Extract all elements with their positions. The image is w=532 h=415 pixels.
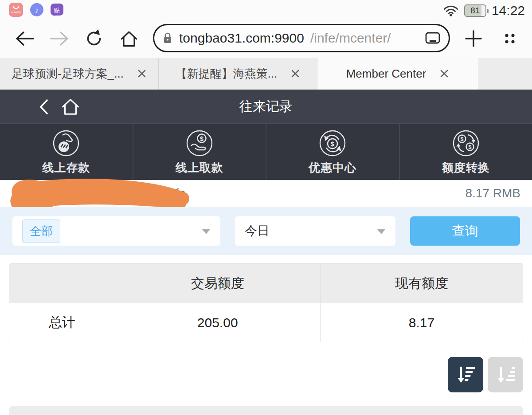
username-suffix: 0fa [168, 186, 186, 200]
header-cell-current: 现有额度 [320, 264, 523, 303]
tab-title: 【新提醒】海燕策... [176, 66, 278, 82]
tab-strip: 足球预测-足球方案_... 【新提醒】海燕策... Member Center [0, 58, 532, 90]
url-host: tongbao31.com:9900 [179, 31, 304, 46]
action-label: 线上取款 [176, 160, 223, 176]
action-label: 优惠中心 [309, 160, 356, 176]
browser-toolbar: tongbao31.com:9900 /infe/mcenter/ [0, 20, 532, 58]
cell-total-label: 总计 [9, 303, 115, 342]
date-selected: 今日 [245, 223, 270, 239]
filter-bar: 全部 今日 查询 [0, 207, 532, 255]
action-promotions[interactable]: $ 优惠中心 [266, 124, 400, 180]
sort-ascending-icon [495, 364, 516, 385]
new-tab-button[interactable] [463, 28, 484, 49]
battery-level: 81 [470, 6, 480, 16]
notification-icons: HUAWEI ♪ 贴 [9, 3, 63, 17]
action-balance-transfer[interactable]: $ $ 额度转换 [400, 124, 532, 180]
type-selected-chip: 全部 [22, 219, 60, 243]
action-label: 线上存款 [42, 160, 90, 176]
balance: 8.17 RMB [466, 186, 521, 200]
action-label: 额度转换 [442, 160, 490, 176]
tab-strip-spacer [478, 58, 532, 90]
withdraw-icon: $ [185, 129, 214, 157]
deposit-icon [52, 129, 80, 157]
header-cell-empty [9, 264, 115, 303]
svg-text:贴: 贴 [54, 7, 60, 14]
battery-indicator: 81 [464, 4, 486, 17]
url-path: /infe/mcenter/ [310, 31, 419, 46]
action-withdraw[interactable]: $ 线上取款 [133, 124, 267, 180]
music-icon: ♪ [30, 3, 43, 16]
query-button[interactable]: 查询 [410, 216, 520, 246]
chevron-down-icon [202, 229, 211, 234]
back-button[interactable] [14, 28, 35, 49]
home-button[interactable] [118, 28, 140, 49]
sort-ascending-button[interactable] [488, 357, 523, 392]
cell-transaction-amount: 205.00 [115, 303, 320, 342]
sort-descending-icon [455, 364, 476, 385]
svg-text:$: $ [460, 136, 463, 142]
summary-table: 交易额度 现有额度 总计 205.00 8.17 [9, 263, 523, 342]
type-select[interactable]: 全部 [12, 216, 220, 246]
page-home-button[interactable] [59, 96, 82, 119]
svg-text:$: $ [200, 135, 203, 142]
svg-text:$: $ [468, 144, 471, 150]
promo-center-icon: $ [318, 129, 347, 157]
svg-text:$: $ [331, 140, 335, 148]
username: s 0fa [12, 186, 186, 200]
desktop-mode-icon[interactable] [425, 31, 441, 45]
chevron-down-icon [377, 229, 386, 234]
svg-text:HUAWEI: HUAWEI [11, 11, 21, 14]
page-header: 往来记录 [0, 90, 532, 123]
cell-current-amount: 8.17 [320, 303, 523, 342]
lock-icon [162, 31, 173, 45]
wifi-icon [443, 4, 459, 17]
tab-title: 足球预测-足球方案_... [12, 66, 124, 82]
svg-text:♪: ♪ [35, 6, 39, 15]
forward-button[interactable] [49, 28, 70, 49]
header-cell-transaction: 交易额度 [115, 264, 320, 303]
sort-descending-button[interactable] [448, 357, 483, 392]
url-bar[interactable]: tongbao31.com:9900 /infe/mcenter/ [153, 24, 450, 52]
tab-member-center[interactable]: Member Center [317, 58, 478, 90]
tab-title: Member Center [346, 67, 426, 81]
close-icon[interactable] [137, 69, 147, 78]
refresh-button[interactable] [83, 28, 105, 49]
close-icon[interactable] [439, 69, 449, 78]
next-section-header [9, 406, 523, 415]
screen: HUAWEI ♪ 贴 81 [0, 0, 532, 415]
table-row-total: 总计 205.00 8.17 [9, 303, 523, 342]
balance-transfer-icon: $ $ [452, 129, 480, 157]
action-grid: 线上存款 $ 线上取款 [0, 123, 532, 180]
account-row: s 0fa 8.17 RMB [0, 180, 532, 207]
date-select[interactable]: 今日 [235, 216, 395, 246]
status-bar: HUAWEI ♪ 贴 81 [0, 0, 532, 20]
tab-switcher-button[interactable] [499, 28, 520, 49]
tab-haiyan[interactable]: 【新提醒】海燕策... [159, 58, 317, 90]
clock: 14:22 [492, 3, 525, 18]
username-prefix: s [12, 186, 18, 200]
tieba-icon: 贴 [51, 4, 63, 16]
action-deposit[interactable]: 线上存款 [0, 124, 133, 180]
close-icon[interactable] [290, 69, 300, 78]
tab-football[interactable]: 足球预测-足球方案_... [0, 58, 159, 90]
table-header-row: 交易额度 现有额度 [9, 264, 523, 303]
appgallery-icon: HUAWEI [9, 3, 23, 17]
page-back-button[interactable] [36, 97, 51, 119]
